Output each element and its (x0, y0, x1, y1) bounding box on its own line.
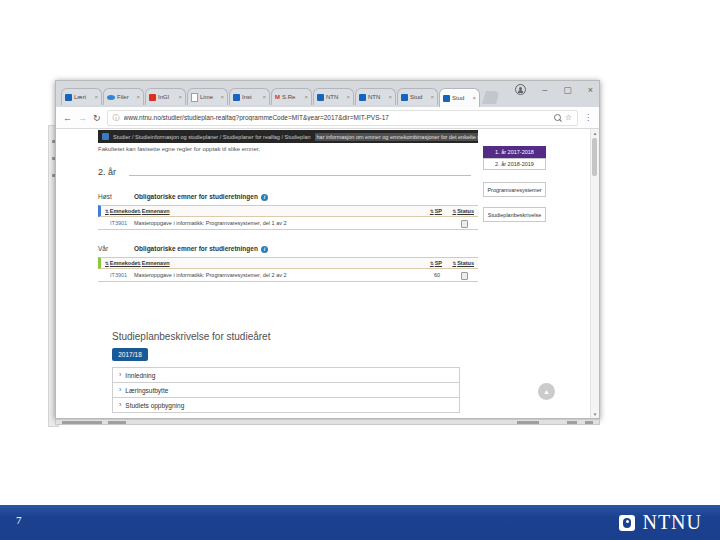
sort-icon: ⇅ (105, 209, 109, 214)
new-tab-button[interactable] (482, 91, 500, 104)
back-icon[interactable]: ← (63, 113, 72, 123)
tab-close-icon[interactable]: × (472, 95, 476, 101)
close-button[interactable]: × (588, 85, 593, 95)
sidebar-button-studieplanbeskrivelse[interactable]: Studieplanbeskrivelse (483, 207, 546, 222)
course-sp: 60 (434, 272, 440, 278)
header-label: SP (435, 260, 442, 266)
table-header-row: ⇅Emnekode ⇅Emnenavn ⇅SP ⇅Status (98, 257, 478, 269)
browser-tab[interactable]: NTN × (355, 88, 396, 105)
header-label: Status (457, 260, 474, 266)
accordion-item-laeringsutbytte[interactable]: › Læringsutbytte (113, 383, 459, 398)
zoom-icon[interactable] (554, 114, 561, 121)
tab-label: Inst (242, 94, 260, 100)
tab-favicon-cloud-icon (107, 95, 115, 100)
browser-tab[interactable]: Stud × (397, 88, 438, 105)
course-table-var: ⇅Emnekode ⇅Emnenavn ⇅SP ⇅Status IT3901 M… (98, 257, 478, 282)
forward-icon[interactable]: → (78, 113, 87, 123)
sidebar-button-year1[interactable]: 1. år 2017-2018 (483, 146, 546, 158)
window-controls: – ▢ × (515, 84, 593, 95)
year-tab-2017-18[interactable]: 2017/18 (112, 348, 148, 361)
table-row: IT3901 Masteroppgave i informatikk: Prog… (98, 269, 478, 282)
scrollbar-up-icon[interactable]: ▴ (591, 130, 599, 136)
ntnu-brand: NTNU (619, 511, 702, 534)
column-header-sp[interactable]: ⇅SP (430, 260, 442, 266)
course-table-host: ⇅Emnekode ⇅Emnenavn ⇅SP ⇅Status IT3901 M… (98, 205, 478, 230)
sidebar-button-year2[interactable]: 2. år 2018-2019 (483, 158, 546, 170)
tab-label: Stud (410, 94, 428, 100)
column-header-emnekode[interactable]: ⇅Emnekode (105, 208, 138, 214)
year-heading: 2. år (98, 167, 116, 177)
course-code-link[interactable]: IT3901 (110, 220, 127, 226)
tab-close-icon[interactable]: × (430, 94, 434, 100)
page-info-icon[interactable]: ⓘ (113, 113, 120, 123)
tab-label: Læri (74, 94, 92, 100)
scrollbar-thumb[interactable] (592, 138, 597, 176)
tab-close-icon[interactable]: × (136, 94, 140, 100)
tab-close-icon[interactable]: × (346, 94, 350, 100)
column-header-status[interactable]: ⇅Status (452, 260, 474, 266)
info-icon[interactable]: i (261, 246, 268, 253)
tab-label: Lime (200, 94, 218, 100)
header-label: Status (457, 208, 474, 214)
minimize-button[interactable]: – (542, 85, 547, 95)
browser-tab[interactable]: Filer × (103, 88, 144, 105)
chevron-right-icon: › (119, 371, 121, 379)
browser-tab-active[interactable]: Stud × (439, 88, 480, 107)
tab-favicon-blue-app-icon (233, 94, 240, 101)
accordion-item-innledning[interactable]: › Innledning (113, 368, 459, 383)
column-header-emnenavn[interactable]: ⇅Emnenavn (137, 208, 170, 214)
sort-icon: ⇅ (430, 261, 434, 266)
tab-close-icon[interactable]: × (94, 94, 98, 100)
accordion-label: Innledning (125, 372, 155, 379)
section-title-host: Obligatoriske emner for studieretningeni (134, 193, 268, 201)
breadcrumb[interactable]: Studier / Studieinformasjon og studiepla… (113, 134, 311, 140)
sidebar-button-label: 1. år 2017-2018 (495, 149, 534, 155)
tabs: Læri × Filer × InGl × Lime × (61, 88, 498, 107)
tab-close-icon[interactable]: × (220, 94, 224, 100)
faculty-notice-text: Fakultetet kan fastsette egne regler for… (98, 146, 260, 152)
info-icon[interactable]: i (261, 194, 268, 201)
page-header-bar: Studier / Studieinformasjon og studiepla… (98, 130, 478, 143)
column-header-sp[interactable]: ⇅SP (430, 208, 442, 214)
tab-favicon-gmail-icon: M (275, 94, 280, 101)
tab-label: Stud (452, 95, 470, 101)
url-field[interactable]: ⓘ www.ntnu.no/studier/studieplan-realfag… (107, 110, 578, 126)
tab-label: NTN (368, 94, 386, 100)
bookmark-star-icon[interactable]: ☆ (565, 114, 572, 122)
header-label: Emnekode (110, 208, 138, 214)
sidebar-button-programvaresystemer[interactable]: Programvaresystemer (483, 182, 546, 197)
tab-label: InGl (158, 94, 176, 100)
browser-tab[interactable]: NTN × (313, 88, 354, 105)
accordion-item-studiets-oppbygning[interactable]: › Studiets oppbygning (113, 398, 459, 413)
browser-tab[interactable]: Inst × (229, 88, 270, 105)
page-scrollbar[interactable]: ▴ ▾ (590, 129, 599, 418)
header-label: Emnenavn (142, 260, 170, 266)
tab-favicon-blue-app-icon (65, 94, 72, 101)
tab-favicon-blue-app-icon (401, 94, 408, 101)
scrollbar-down-icon[interactable]: ▾ (591, 411, 599, 417)
tab-close-icon[interactable]: × (388, 94, 392, 100)
browser-tab[interactable]: Lime × (187, 88, 228, 105)
presentation-slide: Læri × Filer × InGl × Lime × (0, 0, 720, 540)
browser-menu-icon[interactable]: ⋮ (584, 114, 592, 122)
url-text[interactable]: www.ntnu.no/studier/studieplan-realfag?p… (124, 114, 550, 121)
browser-tab[interactable]: Læri × (61, 88, 102, 105)
status-icon (461, 220, 468, 228)
maximize-button[interactable]: ▢ (563, 85, 572, 95)
tab-close-icon[interactable]: × (262, 94, 266, 100)
column-header-emnenavn[interactable]: ⇅Emnenavn (137, 260, 170, 266)
course-code-link[interactable]: IT3901 (110, 272, 127, 278)
profile-icon[interactable] (515, 84, 526, 95)
column-header-emnekode[interactable]: ⇅Emnekode (105, 260, 138, 266)
chevron-up-icon: ▲ (543, 388, 550, 395)
tab-close-icon[interactable]: × (178, 94, 182, 100)
browser-tab[interactable]: M S.Re × (271, 88, 312, 105)
sort-icon: ⇅ (430, 209, 434, 214)
scroll-to-top-button[interactable]: ▲ (538, 383, 555, 400)
accordion-label: Studiets oppbygning (125, 402, 184, 409)
tab-close-icon[interactable]: × (304, 94, 308, 100)
description-heading: Studieplanbeskrivelse for studieåret (112, 331, 270, 342)
reload-icon[interactable]: ↻ (93, 113, 101, 123)
browser-tab[interactable]: InGl × (145, 88, 186, 105)
column-header-status[interactable]: ⇅Status (452, 208, 474, 214)
